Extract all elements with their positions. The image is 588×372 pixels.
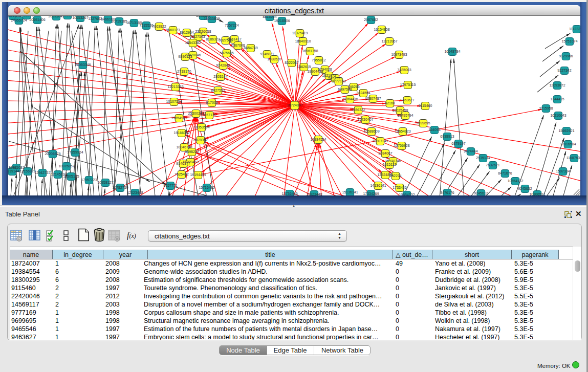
svg-text:18724007: 18724007 — [287, 103, 302, 107]
svg-text:62160: 62160 — [385, 101, 395, 105]
svg-text:17334269: 17334269 — [363, 192, 379, 195]
svg-text:25300203: 25300203 — [188, 112, 204, 115]
svg-text:19654923: 19654923 — [395, 129, 410, 133]
svg-text:7485003: 7485003 — [397, 68, 411, 72]
svg-text:1327602: 1327602 — [88, 17, 102, 20]
svg-text:9463627: 9463627 — [400, 98, 414, 102]
svg-text:16301032: 16301032 — [8, 16, 21, 17]
svg-text:16543382: 16543382 — [185, 41, 201, 45]
svg-text:10807487: 10807487 — [365, 97, 381, 100]
svg-text:11325419: 11325419 — [292, 31, 308, 35]
svg-text:10046788: 10046788 — [176, 145, 192, 149]
svg-text:9474444: 9474444 — [464, 149, 477, 153]
svg-text:8912954: 8912954 — [180, 31, 193, 34]
svg-text:18640910: 18640910 — [295, 39, 311, 43]
svg-text:5875685: 5875685 — [220, 51, 233, 55]
svg-text:15716485: 15716485 — [199, 186, 214, 189]
svg-text:746266: 746266 — [347, 85, 359, 89]
svg-text:14136141: 14136141 — [370, 184, 386, 187]
svg-text:9242848: 9242848 — [216, 63, 230, 67]
svg-text:10025458: 10025458 — [392, 108, 408, 112]
svg-text:164093: 164093 — [428, 128, 440, 132]
svg-text:2803144: 2803144 — [213, 75, 227, 78]
svg-text:12023448: 12023448 — [127, 191, 143, 194]
svg-text:9129966: 9129966 — [559, 54, 573, 58]
svg-text:16961758: 16961758 — [302, 49, 318, 53]
svg-text:252214: 252214 — [389, 174, 401, 178]
svg-text:16033809: 16033809 — [204, 17, 220, 20]
svg-text:19218506: 19218506 — [274, 19, 290, 23]
svg-text:1733426: 1733426 — [393, 186, 406, 189]
svg-text:9890123: 9890123 — [178, 55, 192, 58]
svg-text:19654983: 19654983 — [171, 116, 187, 120]
svg-text:3267130: 3267130 — [202, 113, 216, 117]
svg-text:9146377: 9146377 — [176, 162, 190, 165]
svg-text:1588520: 1588520 — [267, 57, 281, 61]
svg-text:12213383: 12213383 — [167, 85, 183, 89]
svg-text:8878352: 8878352 — [193, 138, 207, 142]
svg-text:12942737: 12942737 — [34, 171, 50, 174]
svg-text:9327503: 9327503 — [191, 35, 205, 38]
svg-text:6794028: 6794028 — [318, 68, 332, 71]
svg-text:10306531: 10306531 — [529, 192, 545, 195]
svg-text:26053346: 26053346 — [75, 63, 91, 67]
svg-text:8813054: 8813054 — [263, 16, 276, 18]
svg-text:24055724: 24055724 — [11, 18, 27, 22]
svg-text:10654112: 10654112 — [508, 179, 524, 183]
svg-text:1244415: 1244415 — [550, 97, 564, 101]
svg-text:3624554: 3624554 — [356, 91, 370, 95]
svg-text:8322037: 8322037 — [285, 61, 298, 64]
svg-text:12093872: 12093872 — [549, 83, 565, 87]
svg-text:19194459: 19194459 — [190, 173, 206, 177]
svg-text:13495794: 13495794 — [397, 114, 413, 117]
svg-text:9245652: 9245652 — [518, 187, 532, 190]
svg-text:2718170: 2718170 — [177, 70, 191, 73]
svg-text:10923448: 10923448 — [306, 192, 322, 195]
svg-text:2367608: 2367608 — [231, 43, 245, 47]
svg-text:19166382: 19166382 — [173, 131, 189, 135]
svg-text:12156829: 12156829 — [19, 169, 35, 173]
svg-text:12505175: 12505175 — [63, 174, 79, 178]
svg-text:7625402: 7625402 — [175, 172, 188, 176]
svg-text:20206576: 20206576 — [45, 152, 60, 156]
svg-text:20691406: 20691406 — [29, 18, 45, 21]
svg-text:7986322: 7986322 — [351, 108, 365, 112]
svg-text:7663822: 7663822 — [152, 25, 166, 28]
svg-text:10107554: 10107554 — [166, 100, 182, 103]
svg-text:7632621: 7632621 — [486, 163, 499, 167]
svg-text:9115460: 9115460 — [419, 104, 432, 107]
svg-text:9777169: 9777169 — [332, 79, 345, 83]
svg-text:17359924: 17359924 — [67, 150, 83, 154]
svg-text:17016504: 17016504 — [560, 142, 576, 146]
svg-text:10756928: 10756928 — [394, 144, 409, 147]
svg-text:1956245: 1956245 — [19, 16, 33, 17]
svg-text:3215958: 3215958 — [539, 106, 553, 110]
svg-text:8476176: 8476176 — [440, 191, 454, 194]
svg-text:10719185: 10719185 — [111, 19, 127, 23]
svg-text:8427552: 8427552 — [211, 89, 225, 92]
svg-text:12213967: 12213967 — [381, 39, 397, 43]
svg-text:10973493: 10973493 — [391, 53, 407, 56]
svg-text:9657771: 9657771 — [163, 184, 177, 187]
svg-text:8471676: 8471676 — [498, 171, 512, 175]
svg-text:9245612: 9245612 — [474, 191, 488, 195]
svg-text:17975115: 17975115 — [400, 83, 416, 86]
svg-text:15136141: 15136141 — [342, 190, 358, 194]
svg-text:8454749: 8454749 — [244, 46, 257, 50]
svg-text:5498222: 5498222 — [185, 150, 199, 154]
svg-text:917006: 917006 — [206, 101, 217, 104]
svg-text:7955812: 7955812 — [312, 58, 325, 62]
svg-text:17957223: 17957223 — [81, 178, 97, 182]
svg-text:11123244: 11123244 — [569, 27, 580, 31]
svg-text:6879197: 6879197 — [451, 142, 465, 145]
svg-text:16648784: 16648784 — [444, 50, 460, 53]
svg-text:1507334: 1507334 — [556, 169, 570, 173]
svg-text:9084067: 9084067 — [378, 151, 392, 155]
svg-text:16782759: 16782759 — [112, 186, 128, 189]
svg-text:7357224: 7357224 — [225, 24, 238, 27]
svg-text:8186323: 8186323 — [206, 37, 220, 41]
svg-text:2087682: 2087682 — [364, 18, 378, 21]
svg-text:19384554: 19384554 — [310, 138, 326, 141]
svg-text:10958127: 10958127 — [97, 181, 113, 184]
svg-text:1615112: 1615112 — [383, 163, 397, 166]
